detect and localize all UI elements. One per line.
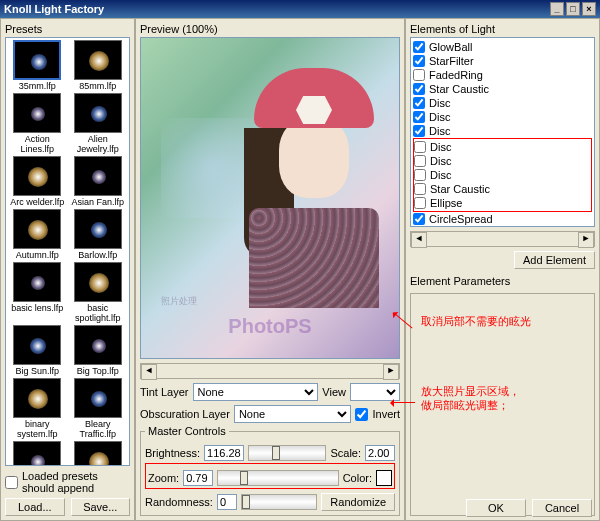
preset-thumb — [74, 325, 122, 365]
element-item[interactable]: GlowBall — [413, 40, 592, 54]
preset-item[interactable]: Big Top.lfp — [69, 325, 128, 376]
element-checkbox[interactable] — [413, 69, 425, 81]
preset-thumb — [74, 209, 122, 249]
element-item[interactable]: Disc — [413, 96, 592, 110]
preset-item[interactable]: Bleary Traffic.lfp — [69, 378, 128, 439]
preset-thumb — [13, 40, 61, 80]
preset-label: basic spotlight.lfp — [69, 303, 128, 323]
element-item[interactable]: Ellipse — [414, 196, 591, 210]
element-params-label: Element Parameters — [410, 275, 595, 287]
preset-item[interactable]: Blue Green Eye.lfp — [69, 441, 128, 466]
preset-item[interactable]: Barlow.lfp — [69, 209, 128, 260]
preset-item[interactable]: Asian Fan.lfp — [69, 156, 128, 207]
brightness-input[interactable] — [204, 445, 244, 461]
element-item[interactable]: Star Caustic — [413, 82, 592, 96]
loaded-append-checkbox[interactable] — [5, 476, 18, 489]
preset-item[interactable]: 85mm.lfp — [69, 40, 128, 91]
view-label: View — [322, 386, 346, 398]
ok-button[interactable]: OK — [466, 499, 526, 517]
master-controls-label: Master Controls — [145, 425, 229, 437]
element-checkbox[interactable] — [414, 141, 426, 153]
element-item[interactable]: Disc — [414, 168, 591, 182]
element-item[interactable]: CircleSpread — [413, 212, 592, 226]
element-name: Disc — [429, 111, 450, 123]
preset-item[interactable]: basic lens.lfp — [8, 262, 67, 323]
zoom-input[interactable] — [183, 470, 213, 486]
preset-item[interactable]: Action Lines.lfp — [8, 93, 67, 154]
element-item[interactable]: StarFilter — [413, 54, 592, 68]
scale-input[interactable] — [365, 445, 395, 461]
preset-label: basic lens.lfp — [8, 303, 67, 313]
element-checkbox[interactable] — [413, 111, 425, 123]
preset-label: binary system.lfp — [8, 419, 67, 439]
preset-thumb — [74, 93, 122, 133]
minimize-button[interactable]: _ — [550, 2, 564, 16]
element-checkbox[interactable] — [413, 41, 425, 53]
randomness-slider[interactable] — [241, 494, 317, 510]
obscuration-select[interactable]: None — [234, 405, 352, 423]
preview-image[interactable]: 照片处理 PhotoPS — [140, 37, 400, 359]
preset-item[interactable]: Arc welder.lfp — [8, 156, 67, 207]
element-checkbox[interactable] — [413, 97, 425, 109]
zoom-slider[interactable] — [217, 470, 338, 486]
save-button[interactable]: Save... — [71, 498, 131, 516]
preset-item[interactable]: Autumn.lfp — [8, 209, 67, 260]
element-item[interactable]: FadedRing — [413, 68, 592, 82]
element-item[interactable]: Disc — [413, 226, 592, 227]
elements-hscroll[interactable] — [410, 231, 595, 247]
element-name: CircleSpread — [429, 213, 493, 225]
add-element-button[interactable]: Add Element — [514, 251, 595, 269]
preview-label: Preview (100%) — [140, 23, 400, 35]
preset-label: 35mm.lfp — [8, 81, 67, 91]
element-checkbox[interactable] — [414, 169, 426, 181]
elements-list[interactable]: GlowBallStarFilterFadedRingStar CausticD… — [410, 37, 595, 227]
annotation-3: 做局部眩光调整； — [421, 398, 509, 413]
element-checkbox[interactable] — [413, 213, 425, 225]
element-name: Disc — [429, 97, 450, 109]
preset-thumb — [13, 378, 61, 418]
element-checkbox[interactable] — [413, 125, 425, 137]
preset-thumb — [74, 156, 122, 196]
preset-thumb — [13, 262, 61, 302]
preset-label: Autumn.lfp — [8, 250, 67, 260]
element-item[interactable]: Disc — [414, 140, 591, 154]
preset-item[interactable]: binary system.lfp — [8, 378, 67, 439]
element-checkbox[interactable] — [414, 183, 426, 195]
close-button[interactable]: × — [582, 2, 596, 16]
presets-list[interactable]: 35mm.lfp85mm.lfpAction Lines.lfpAlien Je… — [5, 37, 130, 466]
preset-thumb — [74, 441, 122, 466]
element-item[interactable]: Disc — [414, 154, 591, 168]
preset-thumb — [74, 262, 122, 302]
element-checkbox[interactable] — [413, 83, 425, 95]
preset-label: Big Sun.lfp — [8, 366, 67, 376]
preset-label: Big Top.lfp — [69, 366, 128, 376]
element-item[interactable]: Star Caustic — [414, 182, 591, 196]
preset-item[interactable]: Blimp flare.lfp — [8, 441, 67, 466]
element-checkbox[interactable] — [414, 197, 426, 209]
element-item[interactable]: Disc — [413, 110, 592, 124]
obscuration-label: Obscuration Layer — [140, 408, 230, 420]
color-swatch[interactable] — [376, 470, 392, 486]
preset-item[interactable]: Alien Jewelry.lfp — [69, 93, 128, 154]
load-button[interactable]: Load... — [5, 498, 65, 516]
element-name: FadedRing — [429, 69, 483, 81]
maximize-button[interactable]: □ — [566, 2, 580, 16]
invert-checkbox[interactable] — [355, 408, 368, 421]
presets-label: Presets — [5, 23, 130, 35]
brightness-slider[interactable] — [248, 445, 326, 461]
cancel-button[interactable]: Cancel — [532, 499, 592, 517]
scale-label: Scale: — [330, 447, 361, 459]
randomness-input[interactable] — [217, 494, 237, 510]
preset-item[interactable]: basic spotlight.lfp — [69, 262, 128, 323]
element-item[interactable]: Disc — [413, 124, 592, 138]
preview-hscroll[interactable] — [140, 363, 400, 379]
element-checkbox[interactable] — [413, 55, 425, 67]
tint-layer-select[interactable]: None — [193, 383, 319, 401]
preset-item[interactable]: Big Sun.lfp — [8, 325, 67, 376]
presets-panel: Presets 35mm.lfp85mm.lfpAction Lines.lfp… — [0, 18, 135, 521]
randomize-button[interactable]: Randomize — [321, 493, 395, 511]
preset-item[interactable]: 35mm.lfp — [8, 40, 67, 91]
element-checkbox[interactable] — [414, 155, 426, 167]
preset-thumb — [13, 325, 61, 365]
element-name: StarFilter — [429, 55, 474, 67]
